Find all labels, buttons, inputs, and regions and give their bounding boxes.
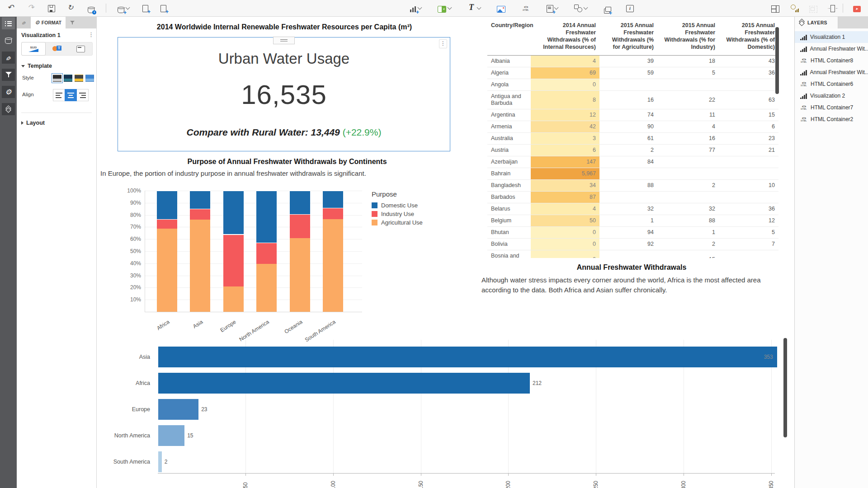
stacked-chart-widget[interactable]: Purpose of Annual Freshwater Withdrawals… bbox=[100, 156, 474, 339]
stacked-bar[interactable] bbox=[223, 191, 244, 312]
stacked-bar-segment[interactable] bbox=[190, 220, 210, 312]
bar[interactable] bbox=[158, 399, 198, 420]
table-column-header[interactable]: 2015 Annual Freshwater Withdrawals (% fo… bbox=[599, 18, 657, 56]
align-right-button[interactable] bbox=[76, 89, 89, 101]
style-swatch-4[interactable] bbox=[85, 75, 94, 82]
legend-item[interactable]: Domestic Use bbox=[372, 202, 423, 209]
layers-tab[interactable]: LAYERS bbox=[795, 17, 838, 28]
insert-input-control-button[interactable] bbox=[545, 2, 559, 14]
html-container-title-1[interactable]: 2014 Worldwide Internal Renewable Freshw… bbox=[97, 23, 472, 31]
stacked-bar-segment[interactable] bbox=[157, 219, 177, 229]
stacked-bar-segment[interactable] bbox=[190, 191, 210, 209]
stacked-bar-segment[interactable] bbox=[190, 209, 210, 220]
insert-chart-button[interactable] bbox=[409, 2, 422, 14]
table-row[interactable]: Belgium5018812 bbox=[487, 215, 778, 227]
layout-button[interactable] bbox=[770, 2, 780, 14]
data-rail-button[interactable] bbox=[2, 34, 15, 47]
card-view-button[interactable] bbox=[69, 42, 92, 55]
stacked-bar-segment[interactable] bbox=[323, 208, 343, 219]
insert-shape-button[interactable] bbox=[573, 2, 588, 14]
layout-section-header[interactable]: Layout bbox=[21, 120, 45, 126]
info-panel-button[interactable] bbox=[625, 2, 634, 14]
more-actions-icon[interactable]: ⋮ bbox=[88, 31, 94, 38]
layers-rail-button[interactable] bbox=[2, 103, 15, 115]
style-swatch-2[interactable] bbox=[64, 75, 72, 82]
stacked-bar-segment[interactable] bbox=[256, 264, 277, 312]
table-scrollbar-thumb[interactable] bbox=[775, 27, 779, 94]
outline-rail-button[interactable] bbox=[2, 17, 15, 29]
table-row[interactable]: Bosnia and Herzegovina015 bbox=[487, 250, 778, 258]
stacked-bar-segment[interactable] bbox=[323, 191, 343, 208]
layer-item[interactable]: Visualization 2 bbox=[795, 90, 868, 102]
copy-widget-button[interactable] bbox=[141, 2, 148, 14]
stacked-bar-segment[interactable] bbox=[256, 243, 277, 264]
tab-format[interactable]: FORMAT bbox=[31, 17, 66, 28]
duplicate-page-button[interactable] bbox=[603, 2, 610, 14]
layer-item[interactable]: Annual Freshwater Wit... bbox=[795, 66, 868, 78]
bar[interactable] bbox=[158, 347, 777, 367]
stacked-bar-segment[interactable] bbox=[290, 191, 310, 214]
table-row[interactable]: Belarus4323236 bbox=[487, 203, 778, 215]
drag-handle[interactable] bbox=[273, 37, 295, 44]
stacked-bar-segment[interactable] bbox=[323, 219, 343, 312]
layer-item[interactable]: < >HTMLHTML Container2 bbox=[795, 113, 868, 125]
numeric-point-view-button[interactable]: $123 bbox=[21, 42, 46, 56]
html-container-title-2[interactable]: Annual Freshwater Withdrawals bbox=[481, 263, 782, 272]
table-row[interactable]: Algeria6959536 bbox=[487, 67, 778, 79]
stacked-bar-segment[interactable] bbox=[157, 229, 177, 312]
table-row[interactable]: Australia3611623 bbox=[487, 133, 778, 145]
edit-rail-button[interactable] bbox=[2, 52, 15, 64]
html-container-body-2[interactable]: Although water stress impacts every corn… bbox=[481, 275, 782, 295]
table-row[interactable]: Albania4391843 bbox=[487, 56, 778, 67]
legend-item[interactable]: Agricultural Use bbox=[372, 219, 423, 226]
stacked-bar[interactable] bbox=[290, 191, 310, 312]
stacked-bar-segment[interactable] bbox=[223, 286, 244, 312]
kpi-widget[interactable]: ⋮ Urban Water Usage 16,535 Compare with … bbox=[118, 37, 450, 151]
stacked-bar[interactable] bbox=[190, 191, 210, 312]
table-row[interactable]: Bhutan09415 bbox=[487, 227, 778, 239]
stacked-bar[interactable] bbox=[323, 191, 343, 312]
tab-edit[interactable] bbox=[17, 17, 31, 28]
table-column-header[interactable]: 2014 Annual Freshwater Withdrawals (% of… bbox=[531, 18, 599, 56]
stacked-bar[interactable] bbox=[157, 191, 177, 312]
table-row[interactable]: Armenia429046 bbox=[487, 121, 778, 133]
insert-html-button[interactable] bbox=[521, 2, 531, 14]
stacked-bar-segment[interactable] bbox=[223, 191, 244, 234]
layer-item[interactable]: Visualization 1 bbox=[795, 31, 868, 43]
stacked-bar-segment[interactable] bbox=[290, 214, 310, 238]
align-center-button[interactable] bbox=[65, 89, 77, 101]
table-column-header[interactable]: 2015 Annual Freshwater Withdrawals (% of… bbox=[719, 18, 778, 56]
save-button[interactable] bbox=[47, 2, 56, 14]
bar[interactable] bbox=[158, 451, 162, 472]
filter-rail-button[interactable] bbox=[2, 69, 15, 81]
present-button[interactable] bbox=[852, 2, 862, 14]
table-column-header[interactable]: 2015 Annual Freshwater Withdrawals (% fo… bbox=[657, 18, 719, 56]
insert-table-button[interactable] bbox=[437, 2, 452, 14]
layer-item[interactable]: < >HTMLHTML Container7 bbox=[795, 102, 868, 113]
table-row[interactable]: Argentina12741115 bbox=[487, 109, 778, 121]
layer-item[interactable]: < >HTMLHTML Container6 bbox=[795, 78, 868, 90]
template-section-header[interactable]: Template bbox=[21, 63, 52, 69]
align-left-button[interactable] bbox=[53, 89, 65, 101]
bar[interactable] bbox=[158, 373, 530, 394]
stacked-bar-segment[interactable] bbox=[290, 238, 310, 312]
pause-data-refresh-button[interactable] bbox=[87, 2, 95, 14]
settings-rail-button[interactable] bbox=[2, 86, 15, 98]
undo-button[interactable] bbox=[6, 2, 16, 14]
table-widget[interactable]: Country/Region2014 Annual Freshwater Wit… bbox=[487, 18, 780, 258]
legend-item[interactable]: Industry Use bbox=[372, 211, 423, 217]
chart-scrollbar-thumb[interactable] bbox=[783, 338, 787, 437]
widget-more-actions-icon[interactable]: ⋮ bbox=[439, 39, 447, 48]
stacked-bar-segment[interactable] bbox=[256, 191, 277, 243]
layer-item[interactable]: < >HTMLHTML Container8 bbox=[795, 55, 868, 66]
chart-text-view-button[interactable] bbox=[45, 42, 69, 55]
story-canvas[interactable]: 2014 Worldwide Internal Renewable Freshw… bbox=[97, 17, 794, 488]
stacked-bar-segment[interactable] bbox=[157, 191, 177, 219]
stacked-bar[interactable] bbox=[256, 191, 277, 312]
insert-text-button[interactable] bbox=[467, 2, 481, 14]
smart-insights-button[interactable] bbox=[789, 2, 799, 14]
table-row[interactable]: Azerbaijan14784 bbox=[487, 156, 778, 168]
style-swatch-1[interactable] bbox=[53, 75, 61, 82]
tab-filter[interactable] bbox=[66, 17, 79, 28]
bar[interactable] bbox=[158, 425, 184, 446]
